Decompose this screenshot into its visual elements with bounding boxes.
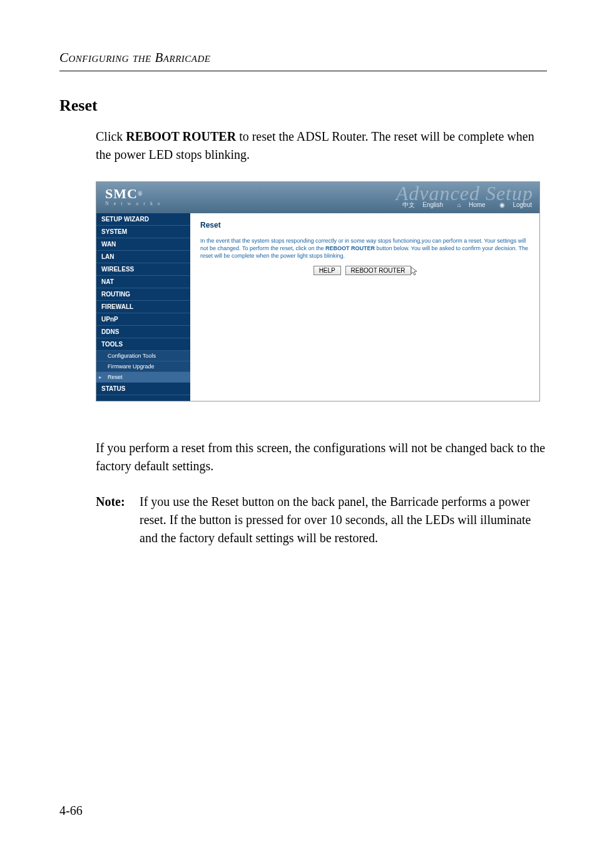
logout-link-label: Logout [513,201,532,208]
note-label: Note: [96,493,140,547]
sidebar-item-routing[interactable]: ROUTING [96,288,190,301]
intro-bold: REBOOT ROUTER [126,129,236,143]
sidebar-item-nat[interactable]: NAT [96,276,190,288]
intro-paragraph: Click REBOOT ROUTER to reset the ADSL Ro… [96,128,547,164]
home-icon: ⌂ [457,201,461,208]
help-button[interactable]: HELP [314,266,341,275]
logo: SMC® N e t w o r k s [105,186,161,206]
logo-text: SMC [105,186,138,201]
lang-en-link[interactable]: English [422,201,443,208]
home-link[interactable]: ⌂Home [451,201,486,208]
home-link-label: Home [469,201,486,208]
screenshot-body: SETUP WIZARD SYSTEM WAN LAN WIRELESS NAT… [96,213,539,401]
page-running-header: Configuring the Barricade [59,50,547,66]
router-screenshot: SMC® N e t w o r k s Advanced Setup 中文 E… [96,181,540,401]
sidebar-sub-reset[interactable]: Reset [96,372,190,383]
sidebar-item-wireless[interactable]: WIRELESS [96,263,190,276]
sidebar-item-tools[interactable]: TOOLS [96,338,190,351]
sidebar-item-system[interactable]: SYSTEM [96,226,190,238]
after-paragraph: If you perform a reset from this screen,… [96,439,547,475]
sidebar-item-setup-wizard[interactable]: SETUP WIZARD [96,213,190,226]
content-description: In the event that the system stops respo… [200,237,529,260]
page-number: 4-66 [59,804,83,818]
logo-subtext: N e t w o r k s [105,201,161,206]
logout-link[interactable]: ◉Logout [493,201,532,208]
sidebar-item-upnp[interactable]: UPnP [96,313,190,326]
content-pane: Reset In the event that the system stops… [190,213,539,401]
sidebar-sub-config-tools[interactable]: Configuration Tools [96,351,190,361]
sidebar-item-status[interactable]: STATUS [96,383,190,395]
section-title: Reset [59,96,547,115]
cursor-icon [411,267,417,276]
sidebar: SETUP WIZARD SYSTEM WAN LAN WIRELESS NAT… [96,213,190,401]
desc-bold: REBOOT ROUTER [325,245,375,251]
sidebar-item-ddns[interactable]: DDNS [96,326,190,338]
note-body: If you use the Reset button on the back … [140,493,547,547]
sidebar-item-firewall[interactable]: FIREWALL [96,301,190,313]
logo-registered: ® [138,190,143,197]
screenshot-header-bar: SMC® N e t w o r k s Advanced Setup 中文 E… [96,182,539,213]
sidebar-item-wan[interactable]: WAN [96,238,190,251]
logout-icon: ◉ [499,201,505,208]
note-block: Note: If you use the Reset button on the… [96,493,547,547]
button-row: HELP REBOOT ROUTER [200,266,529,275]
top-links: 中文 English ⌂Home ◉Logout [396,201,532,209]
content-title: Reset [200,221,529,230]
reboot-router-button[interactable]: REBOOT ROUTER [345,266,411,275]
sidebar-sub-firmware-upgrade[interactable]: Firmware Upgrade [96,361,190,372]
lang-cn-link[interactable]: 中文 [402,201,415,208]
header-rule [59,71,547,71]
intro-prefix: Click [96,129,126,143]
sidebar-item-lan[interactable]: LAN [96,251,190,263]
